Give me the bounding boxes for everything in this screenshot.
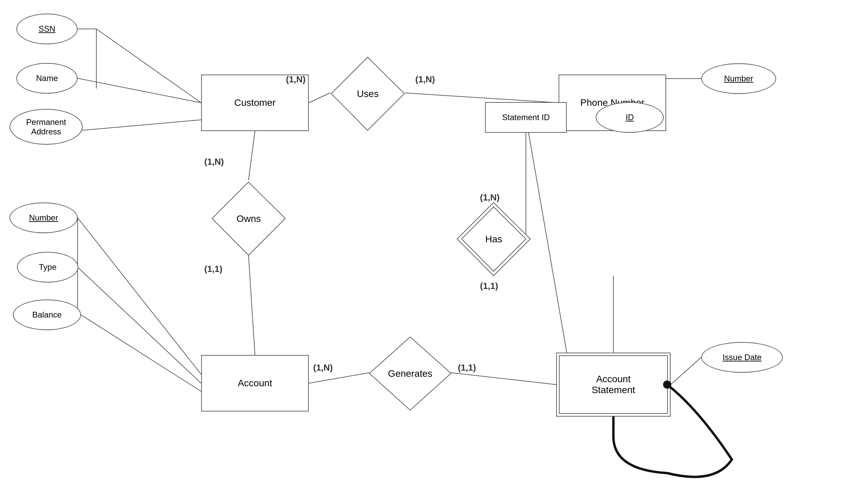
svg-line-1 [96,29,201,103]
attr-account-number: Number [10,203,78,233]
svg-line-13 [248,255,255,355]
attr-account-balance-label: Balance [32,310,62,320]
attr-statement-id-box: Statement ID [485,102,567,133]
card-stmt-generates-right: (1,1) [458,362,476,373]
attr-account-type: Type [17,252,78,282]
attr-permanent-address-label: PermanentAddress [26,117,66,136]
attr-permanent-address: PermanentAddress [10,109,83,145]
attr-statement-id-label: Statement ID [502,113,550,122]
attr-issue-date-label: Issue Date [723,353,762,362]
entity-account: Account [201,355,309,411]
attr-account-number-label: Number [29,213,58,223]
card-cust-owns-top: (1,N) [204,157,224,167]
attr-statement-id-attr-label: ID [626,113,634,122]
attr-issue-date: Issue Date [701,342,783,373]
rel-has: Has [455,201,532,277]
svg-line-10 [309,93,330,103]
rel-uses: Uses [329,55,406,132]
rel-owns-label: Owns [237,213,261,224]
card-stmt-has-top: (1,N) [480,192,500,203]
entity-customer-label: Customer [234,97,275,108]
svg-line-16 [526,117,567,353]
svg-line-2 [78,78,201,103]
attr-statement-id-ellipse: ID [596,102,664,133]
card-stmt-has-bottom: (1,1) [480,281,498,291]
svg-line-8 [81,315,201,391]
rel-generates-label: Generates [388,368,433,379]
rel-owns: Owns [210,180,287,257]
card-cust-uses-left: (1,N) [286,74,306,85]
svg-line-6 [78,218,201,374]
svg-line-15 [451,373,556,385]
svg-line-12 [248,131,255,180]
attr-account-balance: Balance [13,300,81,330]
attr-name: Name [16,63,78,94]
rel-has-label: Has [485,234,502,245]
attr-phone-number: Number [701,63,776,94]
svg-line-3 [82,120,201,130]
svg-line-22 [671,357,701,385]
svg-line-7 [78,267,201,383]
svg-line-11 [405,93,559,103]
attr-phone-number-label: Number [724,74,753,83]
entity-account-statement-label: AccountStatement [592,374,635,395]
card-account-generates-left: (1,N) [313,362,333,373]
card-account-owns-bottom: (1,1) [204,264,222,274]
attr-ssn-label: SSN [38,24,55,34]
svg-line-14 [309,373,369,383]
entity-account-label: Account [238,378,272,389]
attr-ssn: SSN [16,14,78,44]
entity-account-statement: AccountStatement [556,353,671,417]
rel-uses-label: Uses [357,88,379,99]
attr-name-label: Name [36,74,58,83]
rel-generates: Generates [368,335,453,412]
er-diagram: Customer Phone Number Account AccountSta… [0,0,868,485]
card-phone-uses-right: (1,N) [415,74,435,85]
attr-account-type-label: Type [39,262,57,272]
